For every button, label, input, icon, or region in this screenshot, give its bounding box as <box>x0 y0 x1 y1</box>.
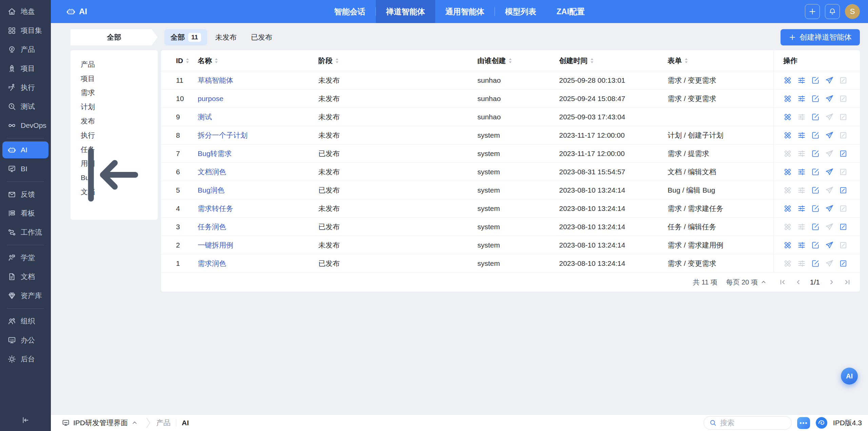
agent-name-link[interactable]: 一键拆用例 <box>198 241 233 249</box>
next-page-button[interactable] <box>828 278 835 286</box>
agent-name-link[interactable]: 需求转任务 <box>198 204 233 212</box>
edit-icon[interactable] <box>811 131 820 140</box>
column-header-0[interactable]: ID <box>161 50 190 71</box>
agent-name-link[interactable]: 测试 <box>198 113 212 121</box>
sidebar-item-org[interactable]: 组织 <box>0 312 51 331</box>
sliders-icon[interactable] <box>797 76 806 85</box>
unpublish-icon[interactable] <box>839 259 848 268</box>
unpublish-icon[interactable] <box>839 186 848 195</box>
sidebar-item-home[interactable]: 地盘 <box>0 2 51 21</box>
sliders-icon[interactable] <box>797 94 806 103</box>
agent-name-link[interactable]: 任务润色 <box>198 223 226 231</box>
design-icon[interactable] <box>783 113 792 121</box>
design-icon[interactable] <box>783 76 792 85</box>
edit-icon[interactable] <box>811 222 820 231</box>
agent-name-link[interactable]: Bug转需求 <box>198 150 232 157</box>
column-header-1[interactable]: 名称 <box>190 50 315 71</box>
agent-name-link[interactable]: 拆分一个子计划 <box>198 131 248 139</box>
status-tab-1[interactable]: 未发布 <box>209 29 243 45</box>
sidebar-item-oa[interactable]: OA办公 <box>0 331 51 350</box>
edit-icon[interactable] <box>811 168 820 176</box>
add-button[interactable] <box>805 4 820 19</box>
column-header-4[interactable]: 创建时间 <box>558 50 666 71</box>
robot-icon <box>66 7 76 16</box>
scope-selector[interactable]: 全部 <box>71 29 158 45</box>
status-tab-0[interactable]: 全部11 <box>164 29 207 45</box>
sliders-icon[interactable] <box>797 241 806 250</box>
agent-name-link[interactable]: 需求润色 <box>198 259 226 267</box>
nav-tab-0[interactable]: 智能会话 <box>324 0 375 23</box>
column-header-3[interactable]: 由谁创建 <box>476 50 558 71</box>
sidebar-item-doc[interactable]: 文档 <box>0 267 51 286</box>
edit-icon[interactable] <box>811 259 820 268</box>
first-page-button[interactable] <box>779 278 786 286</box>
sidebar-item-program[interactable]: 项目集 <box>0 21 51 40</box>
column-header-2[interactable]: 阶段 <box>315 50 476 71</box>
prev-page-button[interactable] <box>794 278 802 286</box>
edit-icon[interactable] <box>811 113 820 121</box>
sidebar-item-assets[interactable]: 资产库 <box>0 286 51 305</box>
filter-item-1[interactable]: 项目 <box>81 72 158 86</box>
sidebar-item-execution[interactable]: 执行 <box>0 78 51 97</box>
sidebar-item-kanban[interactable]: 看板 <box>0 204 51 223</box>
sidebar-collapse-button[interactable] <box>0 409 51 431</box>
sidebar-item-devops[interactable]: DevOps <box>0 116 51 135</box>
sliders-icon[interactable] <box>797 204 806 213</box>
filter-item-2[interactable]: 需求 <box>81 86 158 100</box>
sliders-icon[interactable] <box>797 168 806 176</box>
filter-collapse-button[interactable] <box>71 134 152 216</box>
per-page-selector[interactable]: 每页 20 项 <box>726 278 766 287</box>
design-icon[interactable] <box>783 131 792 140</box>
sidebar-item-qa[interactable]: 测试 <box>0 97 51 116</box>
create-agent-button[interactable]: 创建禅道智能体 <box>781 29 860 45</box>
filter-item-0[interactable]: 产品 <box>81 57 158 72</box>
design-icon[interactable] <box>783 168 792 176</box>
agent-name-link[interactable]: 草稿智能体 <box>198 76 233 84</box>
edit-icon[interactable] <box>811 186 820 195</box>
send-icon[interactable] <box>825 94 834 103</box>
edit-icon[interactable] <box>811 204 820 213</box>
sidebar-item-project[interactable]: 项目 <box>0 59 51 78</box>
agent-name-link[interactable]: purpose <box>198 95 223 102</box>
search-input[interactable] <box>720 419 786 427</box>
unpublish-icon[interactable] <box>839 222 848 231</box>
unpublish-icon[interactable] <box>839 149 848 158</box>
nav-tab-1[interactable]: 禅道智能体 <box>376 0 435 23</box>
agent-name-link[interactable]: 文档润色 <box>198 168 226 176</box>
sidebar-item-workflow[interactable]: 工作流 <box>0 223 51 242</box>
agent-name-link[interactable]: Bug润色 <box>198 186 224 194</box>
edit-icon[interactable] <box>811 94 820 103</box>
sidebar-item-ai[interactable]: AI <box>2 141 48 158</box>
send-icon[interactable] <box>825 204 834 213</box>
chat-button[interactable] <box>797 417 810 429</box>
avatar[interactable]: S <box>845 4 860 19</box>
filter-item-3[interactable]: 计划 <box>81 100 158 114</box>
filter-item-4[interactable]: 发布 <box>81 114 158 128</box>
nav-tab-3[interactable]: 模型列表 <box>495 0 546 23</box>
send-icon[interactable] <box>825 76 834 85</box>
send-icon[interactable] <box>825 241 834 250</box>
sliders-icon[interactable] <box>797 131 806 140</box>
send-icon[interactable] <box>825 131 834 140</box>
design-icon[interactable] <box>783 94 792 103</box>
last-page-button[interactable] <box>844 278 851 286</box>
ai-assistant-fab[interactable]: AI <box>841 368 858 385</box>
sidebar-item-tutorial[interactable]: 学堂 <box>0 248 51 267</box>
edit-icon[interactable] <box>811 149 820 158</box>
nav-tab-4[interactable]: ZAI配置 <box>546 0 595 23</box>
nav-tab-2[interactable]: 通用智能体 <box>435 0 494 23</box>
sidebar-item-product[interactable]: 产品 <box>0 40 51 59</box>
sidebar-item-admin[interactable]: 后台 <box>0 350 51 369</box>
edit-icon[interactable] <box>811 76 820 85</box>
notification-button[interactable] <box>825 4 840 19</box>
edit-icon[interactable] <box>811 241 820 250</box>
breadcrumb-product[interactable]: 产品 <box>156 418 171 428</box>
design-icon[interactable] <box>783 241 792 250</box>
send-icon[interactable] <box>825 168 834 176</box>
design-icon[interactable] <box>783 204 792 213</box>
app-switcher[interactable]: IPD研发管理界面 <box>62 418 138 428</box>
sidebar-item-bi[interactable]: BI <box>0 159 51 178</box>
status-tab-2[interactable]: 已发布 <box>245 29 278 45</box>
column-header-5[interactable]: 表单 <box>666 50 773 71</box>
sidebar-item-feedback[interactable]: 反馈 <box>0 185 51 204</box>
